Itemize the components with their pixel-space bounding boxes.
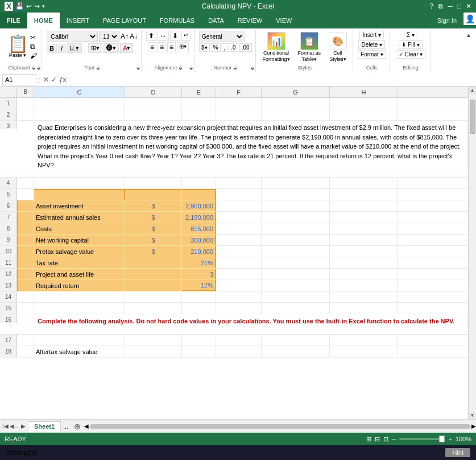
cell-d2[interactable] <box>125 109 182 120</box>
cell-d13[interactable] <box>125 280 182 291</box>
sheet-tab-sheet1[interactable]: Sheet1 <box>28 421 61 432</box>
cell-e15[interactable] <box>182 303 216 314</box>
maximize-icon[interactable]: □ <box>457 2 461 10</box>
cell-e4[interactable] <box>182 178 216 188</box>
cell-e8[interactable]: 815,000 <box>182 223 216 234</box>
cell-c10[interactable]: Pretax salvage value <box>34 246 125 257</box>
cell-g7[interactable] <box>262 212 330 223</box>
cell-h11[interactable] <box>330 257 398 268</box>
cell-d4[interactable] <box>125 178 182 188</box>
borders-button[interactable]: ⊞▾ <box>88 43 102 53</box>
cell-d12[interactable] <box>125 269 182 280</box>
cell-e2[interactable] <box>182 109 216 120</box>
cell-f14[interactable] <box>216 291 262 302</box>
cell-styles-button[interactable]: 🎨 CellStyles▾ <box>326 31 349 64</box>
cell-f7[interactable] <box>216 212 262 223</box>
format-painter-button[interactable]: 🖌 <box>30 52 37 60</box>
page-layout-icon[interactable]: ⊟ <box>375 436 380 443</box>
font-size-select[interactable]: 11 <box>99 31 119 42</box>
paste-button[interactable]: 📋 Paste ▾ <box>7 35 28 58</box>
cell-g14[interactable] <box>262 291 330 302</box>
minimize-icon[interactable]: ─ <box>448 2 453 10</box>
tab-formulas[interactable]: FORMULAS <box>153 13 201 28</box>
cell-h8[interactable] <box>330 223 398 234</box>
cell-f1[interactable] <box>216 98 262 109</box>
fill-color-button[interactable]: 🅐▾ <box>104 43 119 53</box>
sheet-first-icon[interactable]: |◀ <box>2 423 9 429</box>
cell-b13[interactable] <box>17 280 34 291</box>
cell-c7[interactable]: Estimated annual sales <box>34 212 125 223</box>
align-center-icon[interactable]: ≡ <box>158 42 166 52</box>
cell-c16-merged[interactable]: Complete the following analysis. Do not … <box>34 314 468 328</box>
tab-data[interactable]: DATA <box>201 13 231 28</box>
align-right-icon[interactable]: ≡ <box>167 42 176 52</box>
increase-decimal-icon[interactable]: .00 <box>239 43 252 52</box>
cell-g11[interactable] <box>262 257 330 268</box>
currency-icon[interactable]: $▾ <box>199 43 210 52</box>
cell-b11[interactable] <box>17 257 34 268</box>
align-middle-icon[interactable]: ↔ <box>158 31 169 41</box>
cell-h1[interactable] <box>330 98 398 109</box>
align-left-icon[interactable]: ≡ <box>148 42 156 52</box>
cell-b18[interactable] <box>17 346 34 357</box>
comma-icon[interactable]: , <box>222 43 228 52</box>
restore-icon[interactable]: ⧉ <box>438 2 443 10</box>
qat-customize-icon[interactable]: ▾ <box>42 3 45 9</box>
cell-e5[interactable] <box>182 189 216 200</box>
cell-e14[interactable] <box>182 291 216 302</box>
cell-d15[interactable] <box>125 303 182 314</box>
close-icon[interactable]: ✕ <box>466 2 471 10</box>
cell-c18[interactable]: Aftertax salvage value <box>34 346 125 357</box>
cell-f10[interactable] <box>216 246 262 257</box>
qat-undo-icon[interactable]: ↩ <box>26 2 32 10</box>
cell-c17[interactable] <box>34 335 125 346</box>
cell-d18[interactable] <box>125 346 182 357</box>
bold-button[interactable]: B <box>47 44 57 53</box>
scroll-up-arrow[interactable]: ▲ <box>469 87 476 94</box>
col-header-c[interactable]: C <box>34 87 125 97</box>
cell-g4[interactable] <box>262 178 330 188</box>
vertical-scrollbar[interactable]: ▲ ▼ <box>468 87 476 419</box>
cell-c1[interactable] <box>34 98 125 109</box>
cell-c3-merged[interactable]: Quad Enterprises is considering a new th… <box>34 121 468 172</box>
conditional-formatting-button[interactable]: 📊 ConditionalFormatting▾ <box>260 31 292 64</box>
cell-c9[interactable]: Net working capital <box>34 235 125 245</box>
increase-font-icon[interactable]: A↑ <box>121 32 129 40</box>
cell-h6[interactable] <box>330 200 398 211</box>
number-expand-icon[interactable]: ⬙ <box>251 65 254 71</box>
cell-d14[interactable] <box>125 291 182 302</box>
cell-f13[interactable] <box>216 280 262 291</box>
cell-b2[interactable] <box>17 109 34 120</box>
cell-b17[interactable] <box>17 335 34 346</box>
confirm-formula-icon[interactable]: ✓ <box>51 76 57 84</box>
cell-g15[interactable] <box>262 303 330 314</box>
align-top-icon[interactable]: ⬆ <box>146 31 156 41</box>
cell-f17[interactable] <box>216 335 262 346</box>
cell-b1[interactable] <box>17 98 34 109</box>
cell-e18[interactable] <box>182 346 216 357</box>
cell-g13[interactable] <box>262 280 330 291</box>
cell-b7[interactable] <box>17 212 34 223</box>
align-bottom-icon[interactable]: ⬇ <box>170 31 180 41</box>
format-cells-button[interactable]: Format ▾ <box>358 50 386 59</box>
cell-b4[interactable] <box>17 178 34 188</box>
h-scroll-right[interactable]: ▶ <box>471 423 476 429</box>
cell-f4[interactable] <box>216 178 262 188</box>
cell-b9[interactable] <box>17 235 34 245</box>
tab-review[interactable]: REVIEW <box>231 13 269 28</box>
cell-h5[interactable] <box>330 189 398 200</box>
format-table-button[interactable]: 📋 Format asTable▾ <box>296 31 324 64</box>
italic-button[interactable]: I <box>58 44 65 53</box>
cell-d6[interactable]: $ <box>125 200 182 211</box>
cell-c14[interactable] <box>34 291 125 302</box>
cell-e13[interactable]: 12% <box>182 280 216 291</box>
cell-h2[interactable] <box>330 109 398 120</box>
cell-f9[interactable] <box>216 235 262 245</box>
zoom-out-icon[interactable]: ─ <box>392 436 396 442</box>
horizontal-scrollbar[interactable]: ◀ ▶ <box>84 423 476 429</box>
cell-c12[interactable]: Project and asset life <box>34 269 125 280</box>
cell-d17[interactable] <box>125 335 182 346</box>
decrease-decimal-icon[interactable]: .0 <box>229 43 238 52</box>
cell-c15[interactable] <box>34 303 125 314</box>
zoom-in-icon[interactable]: + <box>448 436 452 442</box>
